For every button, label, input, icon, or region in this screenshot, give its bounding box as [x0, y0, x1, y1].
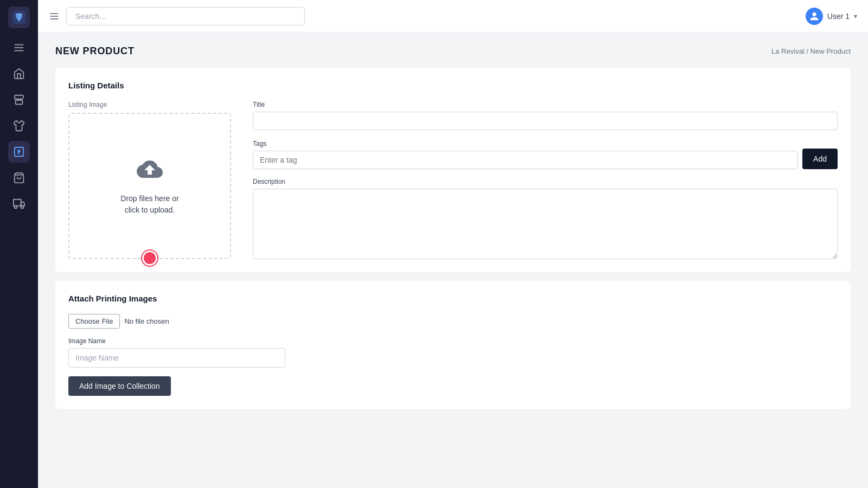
- listing-image-label: Listing Image: [68, 101, 231, 108]
- image-name-input[interactable]: [68, 348, 285, 368]
- listing-details-title: Listing Details: [68, 81, 838, 90]
- title-group: Title: [253, 101, 838, 131]
- search-input[interactable]: [66, 7, 305, 25]
- svg-point-10: [21, 206, 24, 209]
- sidebar: [0, 0, 38, 488]
- tags-label: Tags: [253, 140, 798, 147]
- attach-printing-card: Attach Printing Images Choose File No fi…: [55, 281, 851, 409]
- form-fields: Title Tags Add Description: [253, 101, 838, 259]
- description-textarea[interactable]: [253, 189, 838, 259]
- description-label: Description: [253, 178, 838, 185]
- sidebar-item-store[interactable]: [8, 89, 30, 111]
- listing-details-grid: Listing Image Drop files here orclick to…: [68, 101, 838, 259]
- page-title: NEW PRODUCT: [55, 46, 135, 57]
- upload-cloud-icon: [137, 156, 163, 184]
- sidebar-item-clothing[interactable]: [8, 115, 30, 137]
- logo[interactable]: [8, 7, 30, 28]
- svg-rect-4: [16, 100, 23, 104]
- title-label: Title: [253, 101, 838, 108]
- dropzone[interactable]: Drop files here orclick to upload.: [68, 113, 231, 259]
- image-name-label: Image Name: [68, 337, 838, 345]
- sidebar-menu-icon[interactable]: [8, 37, 30, 59]
- title-input[interactable]: [253, 112, 838, 130]
- attach-printing-title: Attach Printing Images: [68, 294, 838, 303]
- tags-input[interactable]: [253, 151, 798, 169]
- tags-row: Tags Add: [253, 140, 838, 169]
- search-box: [66, 7, 305, 25]
- topbar: User 1 ▾: [38, 0, 868, 33]
- breadcrumb: La Revival / New Product: [771, 47, 851, 55]
- add-tag-button[interactable]: Add: [802, 149, 838, 169]
- sidebar-item-shipping[interactable]: [8, 193, 30, 215]
- content-area: NEW PRODUCT La Revival / New Product Lis…: [38, 33, 868, 488]
- svg-rect-7: [14, 200, 21, 206]
- menu-icon[interactable]: [49, 11, 60, 22]
- no-file-text: No file chosen: [124, 317, 169, 325]
- user-name: User 1: [827, 12, 850, 21]
- svg-point-9: [15, 206, 17, 209]
- add-to-collection-button[interactable]: Add Image to Collection: [68, 376, 171, 396]
- choose-file-button[interactable]: Choose File: [68, 314, 120, 329]
- upload-zone: Listing Image Drop files here orclick to…: [68, 101, 231, 259]
- description-group: Description: [253, 178, 838, 259]
- file-input-row: Choose File No file chosen: [68, 314, 838, 329]
- main-area: User 1 ▾ NEW PRODUCT La Revival / New Pr…: [38, 0, 868, 488]
- sidebar-item-home[interactable]: [8, 63, 30, 85]
- chevron-down-icon: ▾: [854, 12, 857, 20]
- dropzone-text: Drop files here orclick to upload.: [120, 193, 178, 216]
- drop-indicator: [142, 251, 157, 266]
- user-menu[interactable]: User 1 ▾: [806, 8, 857, 25]
- page-header: NEW PRODUCT La Revival / New Product: [55, 46, 851, 57]
- sidebar-item-orders[interactable]: [8, 141, 30, 163]
- image-name-group: Image Name: [68, 337, 838, 368]
- tags-group: Tags: [253, 140, 798, 169]
- svg-marker-8: [21, 202, 24, 206]
- listing-details-card: Listing Details Listing Image Drop files…: [55, 68, 851, 272]
- sidebar-item-bag[interactable]: [8, 167, 30, 189]
- avatar: [806, 8, 823, 25]
